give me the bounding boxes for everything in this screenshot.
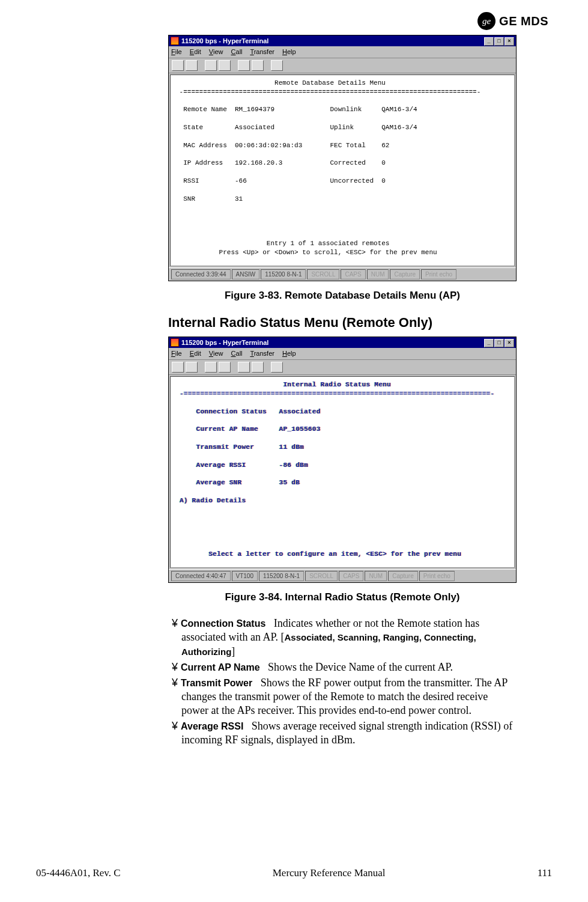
status-printecho: Print echo — [419, 571, 455, 582]
status-scroll: SCROLL — [307, 269, 339, 280]
section-heading: Internal Radio Status Menu (Remote Only) — [168, 315, 517, 331]
status-capture: Capture — [390, 269, 420, 280]
menu-view[interactable]: View — [209, 350, 223, 357]
bullet-label: Connection Status — [181, 618, 265, 629]
toolbar — [169, 360, 516, 375]
bullet-text-end: ] — [231, 645, 235, 657]
window-titlebar: 115200 bps - HyperTerminal _□× — [169, 35, 516, 46]
brand-name: GE MDS — [499, 14, 548, 28]
terminal-body: Remote Database Details Menu -==========… — [170, 75, 515, 266]
menubar: File Edit View Call Transfer Help — [169, 46, 516, 58]
window-title: 115200 bps - HyperTerminal — [181, 338, 268, 347]
menu-edit[interactable]: Edit — [190, 48, 201, 55]
app-icon — [171, 338, 179, 347]
status-scroll: SCROLL — [305, 571, 338, 582]
statusbar: Connected 4:40:47 VT100 115200 8-N-1 SCR… — [169, 569, 516, 583]
menu-call[interactable]: Call — [231, 48, 243, 55]
menu-help[interactable]: Help — [282, 48, 296, 55]
close-icon[interactable]: × — [505, 339, 514, 347]
toolbar — [169, 58, 516, 73]
maximize-icon[interactable]: □ — [494, 339, 504, 347]
menu-transfer[interactable]: Transfer — [250, 350, 274, 357]
figure-84-terminal: 115200 bps - HyperTerminal _□× File Edit… — [168, 337, 517, 583]
bullet-text: Shows the Device Name of the current AP. — [268, 661, 453, 673]
toolbar-btn[interactable] — [271, 362, 283, 373]
menu-view[interactable]: View — [209, 48, 223, 55]
bullet-label: Transmit Power — [181, 678, 252, 688]
footer-center: Mercury Reference Manual — [273, 867, 386, 879]
minimize-icon[interactable]: _ — [484, 37, 494, 46]
bullet-label: Average RSSI — [181, 721, 243, 731]
toolbar-btn[interactable] — [172, 60, 184, 71]
toolbar-btn[interactable] — [271, 60, 283, 71]
toolbar-btn[interactable] — [186, 362, 198, 373]
page-header: ge GE MDS — [36, 12, 552, 30]
figure-83-caption: Figure 3-83. Remote Database Details Men… — [168, 290, 517, 302]
maximize-icon[interactable]: □ — [494, 37, 504, 46]
toolbar-btn[interactable] — [205, 60, 217, 71]
status-num: NUM — [365, 571, 387, 582]
bullet-current-ap-name: Current AP Name Shows the Device Name of… — [172, 660, 517, 674]
footer-right: 111 — [538, 867, 552, 879]
ge-logo-icon: ge — [477, 12, 496, 30]
figure-83-terminal: 115200 bps - HyperTerminal _□× File Edit… — [168, 35, 517, 281]
status-caps: CAPS — [339, 571, 363, 582]
page-footer: 05-4446A01, Rev. C Mercury Reference Man… — [36, 867, 552, 879]
app-icon — [171, 37, 179, 45]
status-baud: 115200 8-N-1 — [261, 269, 306, 280]
bullet-connection-status: Connection Status Indicates whether or n… — [172, 617, 517, 658]
status-caps: CAPS — [341, 269, 365, 280]
bullet-list: Connection Status Indicates whether or n… — [168, 617, 517, 746]
toolbar-btn[interactable] — [172, 362, 184, 373]
toolbar-btn[interactable] — [252, 60, 264, 71]
status-connected: Connected 4:40:47 — [171, 571, 231, 582]
menu-transfer[interactable]: Transfer — [250, 48, 274, 55]
menubar: File Edit View Call Transfer Help — [169, 348, 516, 360]
minimize-icon[interactable]: _ — [484, 339, 494, 347]
bullet-average-rssi: Average RSSI Shows average received sign… — [172, 719, 517, 747]
window-titlebar: 115200 bps - HyperTerminal _□× — [169, 337, 516, 348]
status-num: NUM — [367, 269, 389, 280]
status-baud: 115200 8-N-1 — [259, 571, 304, 582]
toolbar-btn[interactable] — [205, 362, 217, 373]
toolbar-btn[interactable] — [219, 362, 231, 373]
statusbar: Connected 3:39:44 ANSIW 115200 8-N-1 SCR… — [169, 267, 516, 281]
status-emulation: VT100 — [232, 571, 258, 582]
window-buttons: _□× — [483, 338, 514, 347]
menu-call[interactable]: Call — [231, 350, 243, 357]
toolbar-btn[interactable] — [238, 362, 250, 373]
toolbar-btn[interactable] — [252, 362, 264, 373]
menu-edit[interactable]: Edit — [190, 350, 201, 357]
menu-file[interactable]: File — [171, 48, 182, 55]
bullet-label: Current AP Name — [181, 662, 260, 672]
window-title: 115200 bps - HyperTerminal — [181, 37, 268, 46]
figure-84-caption: Figure 3-84. Internal Radio Status (Remo… — [168, 591, 517, 603]
window-buttons: _□× — [483, 36, 514, 46]
toolbar-btn[interactable] — [219, 60, 231, 71]
toolbar-btn[interactable] — [238, 60, 250, 71]
bullet-transmit-power: Transmit Power Shows the RF power output… — [172, 676, 517, 718]
footer-left: 05-4446A01, Rev. C — [36, 867, 121, 879]
status-capture: Capture — [388, 571, 418, 582]
menu-file[interactable]: File — [171, 350, 182, 357]
status-connected: Connected 3:39:44 — [171, 269, 231, 280]
terminal-body: Internal Radio Status Menu -============… — [170, 376, 515, 568]
toolbar-btn[interactable] — [186, 60, 198, 71]
close-icon[interactable]: × — [505, 37, 514, 46]
menu-help[interactable]: Help — [282, 350, 296, 357]
status-emulation: ANSIW — [232, 269, 260, 280]
status-printecho: Print echo — [421, 269, 456, 280]
